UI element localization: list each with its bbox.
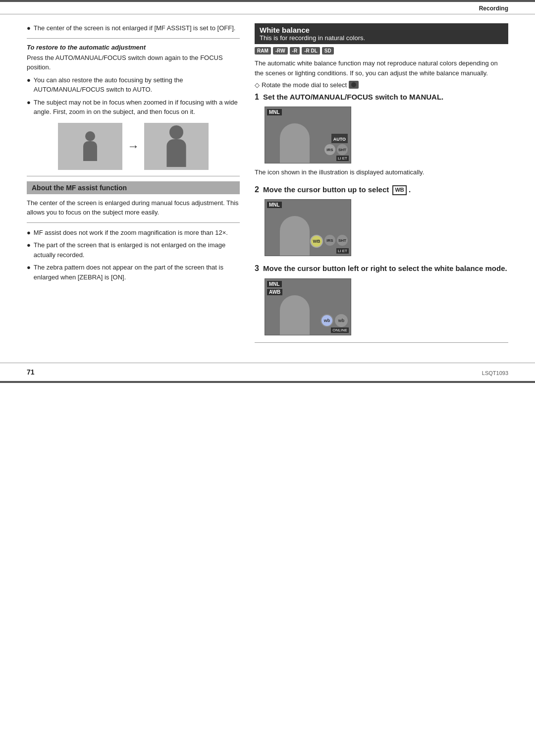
bullet-dot: ● xyxy=(27,23,31,33)
restore-bullet1-text: You can also restore the auto focusing b… xyxy=(34,75,240,95)
mf-text1: The center of the screen is enlarged dur… xyxy=(27,198,240,217)
vf2-label: MNL xyxy=(267,202,282,208)
vf2-person xyxy=(280,216,310,256)
camera-thumb-after xyxy=(144,123,209,170)
ps-body-2 xyxy=(166,139,186,167)
bullet-dot: ● xyxy=(27,240,31,260)
badge-r: -R xyxy=(290,47,300,54)
step1-container: 1 Set the AUTO/MANUAL/FOCUS switch to MA… xyxy=(255,92,508,177)
vf1-bottom-label: LI ET xyxy=(336,156,349,161)
vf2-icons: WB IRS SHT xyxy=(310,235,348,248)
mf-assist-heading: About the MF assist function xyxy=(27,181,240,194)
ps-body-1 xyxy=(83,141,97,161)
ps-head-1 xyxy=(85,131,95,141)
page-footer: 71 LSQT1093 xyxy=(0,363,535,381)
divider2 xyxy=(27,176,240,176)
divider1 xyxy=(27,38,240,39)
badge-rdl: -R DL xyxy=(302,47,320,54)
wb-bracket: WB xyxy=(392,185,406,195)
vf3-bottom-label: ONLINE xyxy=(331,327,349,333)
note-mf-assist-text: The center of the screen is not enlarged… xyxy=(34,23,236,33)
mf-bullet2-text: The part of the screen that is enlarged … xyxy=(34,240,240,260)
vf1-auto-label: AUTO xyxy=(331,134,348,143)
mf-bullet1-text: MF assist does not work if the zoom magn… xyxy=(34,228,228,238)
restore-bullet1: ● You can also restore the auto focusing… xyxy=(27,75,240,95)
rotate-text: Rotate the mode dial to select xyxy=(262,81,347,89)
step2-number: 2 xyxy=(255,185,259,194)
diamond-icon: ◇ xyxy=(255,81,260,89)
step3-text: Move the cursor button left or right to … xyxy=(263,264,507,272)
note-mf-assist: ● The center of the screen is not enlarg… xyxy=(27,23,240,33)
restore-bullet2: ● The subject may not be in focus when z… xyxy=(27,98,240,117)
page-number: 71 xyxy=(27,368,35,376)
vf2-icon-group: WB IRS SHT xyxy=(310,235,348,248)
viewfinder-2: MNL WB IRS SHT LI ET xyxy=(265,199,351,256)
arrow-right-icon: → xyxy=(127,139,139,153)
badge-rw: -RW xyxy=(273,47,288,54)
vf3-icons: wb wb xyxy=(321,314,348,327)
right-bottom-divider xyxy=(255,342,508,343)
step2-container: 2 Move the cursor button up to select WB… xyxy=(255,184,508,256)
wb-subtitle: This is for recording in natural colors. xyxy=(260,34,503,42)
media-badges-row: RAM -RW -R -R DL SD xyxy=(255,47,508,54)
camera-images-row: → xyxy=(27,123,240,170)
viewfinder-1: MNL AUTO IRS SHT LI ET xyxy=(265,107,351,163)
step2-text: Move the cursor button up to select xyxy=(263,185,389,194)
vf3-label: MNL xyxy=(267,281,282,287)
step3-container: 3 Move the cursor button left or right t… xyxy=(255,263,508,335)
bottom-decorative-line xyxy=(0,381,535,383)
bullet-dot: ● xyxy=(27,263,31,282)
badge-sd: SD xyxy=(322,47,334,54)
vf3-wb-icon1: wb xyxy=(321,314,333,327)
header-bar: Recording xyxy=(0,2,535,14)
restore-bullet2-text: The subject may not be in focus when zoo… xyxy=(34,98,240,117)
camera-mode-icon xyxy=(349,81,359,89)
vf3-awb-label: AWB xyxy=(267,289,282,295)
bullet-dot: ● xyxy=(27,75,31,95)
step2-period: . xyxy=(409,185,411,194)
restore-heading: To restore to the automatic adjustment xyxy=(27,44,240,51)
content-wrapper: ● The center of the screen is not enlarg… xyxy=(0,14,535,348)
wb-title: White balance xyxy=(260,26,503,34)
vf2-wb-selected-icon: WB xyxy=(310,235,323,248)
step1-number: 1 xyxy=(255,93,259,101)
step1-heading: 1 Set the AUTO/MANUAL/FOCUS switch to MA… xyxy=(255,92,508,103)
mf-bullet3-text: The zebra pattern does not appear on the… xyxy=(34,263,240,282)
vf1-iris-icon: IRS xyxy=(324,144,335,155)
rotate-mode-line: ◇ Rotate the mode dial to select xyxy=(255,81,508,89)
mf-bullet1: ● MF assist does not work if the zoom ma… xyxy=(27,228,240,238)
person-silhouette-2 xyxy=(166,125,186,167)
vf2-bottom-label: LI ET xyxy=(336,248,349,254)
person-silhouette-1 xyxy=(83,131,97,161)
mf-bullet2: ● The part of the screen that is enlarge… xyxy=(27,240,240,260)
vf1-auto-text: AUTO xyxy=(333,137,346,142)
wb-intro-text: The automatic white balance function may… xyxy=(255,58,508,78)
step1-note: The icon shown in the illustration is di… xyxy=(255,167,508,177)
camera-thumb-before xyxy=(58,123,122,170)
left-column: ● The center of the screen is not enlarg… xyxy=(27,23,240,348)
step3-heading: 3 Move the cursor button left or right t… xyxy=(255,263,508,274)
mf-bullet3: ● The zebra pattern does not appear on t… xyxy=(27,263,240,282)
badge-ram: RAM xyxy=(255,47,271,54)
viewfinder-3: MNL AWB wb wb ONLINE xyxy=(265,278,351,335)
vf1-label: MNL xyxy=(267,109,282,115)
step1-text: Set the AUTO/MANUAL/FOCUS switch to MANU… xyxy=(263,93,443,101)
vf3-person xyxy=(280,295,310,335)
divider3 xyxy=(27,222,240,223)
header-label: Recording xyxy=(479,5,508,12)
step3-number: 3 xyxy=(255,264,259,272)
doc-code: LSQT1093 xyxy=(482,370,508,376)
restore-text1: Press the AUTO/MANUAL/FOCUS switch down … xyxy=(27,53,240,72)
right-column: White balance This is for recording in n… xyxy=(255,23,508,348)
vf1-shutter-icon: SHT xyxy=(337,144,348,155)
vf3-wb-icon2: wb xyxy=(335,314,348,327)
vf1-icon-group: IRS SHT xyxy=(324,144,348,155)
step2-heading: 2 Move the cursor button up to select WB… xyxy=(255,184,508,195)
vf3-icon-group: wb wb xyxy=(321,314,348,327)
white-balance-box: White balance This is for recording in n… xyxy=(255,23,508,44)
bullet-dot: ● xyxy=(27,228,31,238)
vf2-iris-icon: IRS xyxy=(324,235,335,246)
ps-head-2 xyxy=(169,125,183,139)
camera-lens-icon xyxy=(351,82,356,87)
vf1-icons: AUTO IRS SHT xyxy=(324,134,348,155)
